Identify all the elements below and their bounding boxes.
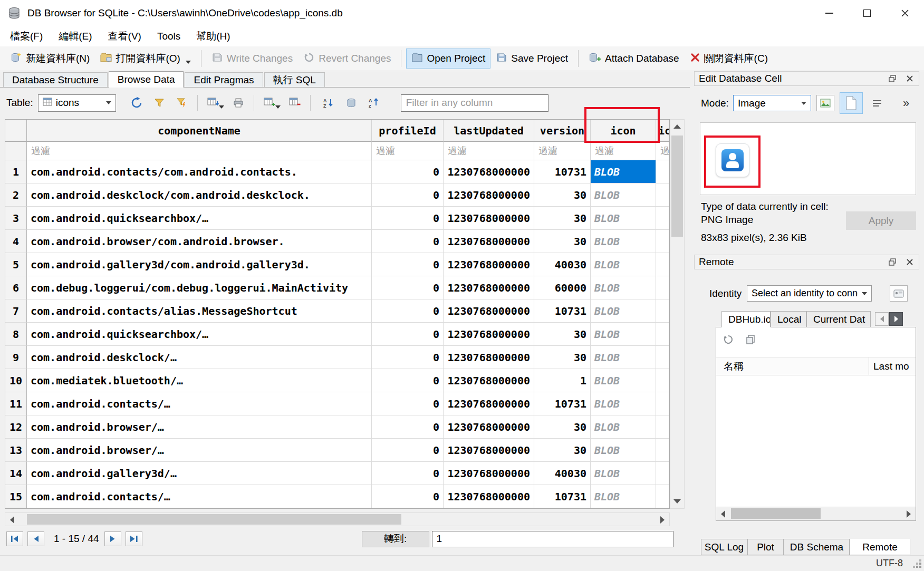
write-changes-button[interactable]: Write Changes [206,49,298,69]
save-table-button[interactable] [206,94,226,112]
cell-overflow[interactable] [656,207,669,230]
attach-database-button[interactable]: Attach Database [583,49,684,69]
cell-icon-blob[interactable]: BLOB [591,346,656,369]
cell-profileId[interactable]: 0 [372,392,444,415]
cell-componentName[interactable]: com.android.deskclock/com.android.deskcl… [27,183,372,207]
scroll-right-button[interactable] [902,507,916,521]
apply-button[interactable]: Apply [846,211,916,230]
cell-overflow[interactable] [656,462,669,485]
cell-lastUpdated[interactable]: 1230768000000 [444,392,534,415]
remote-tab-local[interactable]: Local [771,311,806,327]
new-database-button[interactable]: 新建資料庫(N) [5,49,95,69]
minimize-button[interactable] [810,0,848,26]
toolbar-overflow-chevron[interactable]: » [903,96,909,110]
scroll-up-button[interactable] [670,120,684,133]
row-number[interactable]: 9 [5,346,27,369]
filter-input-componentName[interactable]: 過濾 [27,142,372,160]
column-header-profileId[interactable]: profileId [372,120,444,142]
cell-icon-blob[interactable]: BLOB [591,439,656,462]
row-number[interactable]: 4 [5,230,27,253]
goto-button[interactable]: 轉到: [362,531,429,547]
close-button[interactable] [886,0,924,26]
cell-profileId[interactable]: 0 [372,462,444,485]
cell-profileId[interactable]: 0 [372,415,444,439]
remote-tab-dbhub[interactable]: DBHub.io [721,311,771,327]
encoding-label[interactable]: UTF-8 [876,558,903,569]
dock-tab-plot[interactable]: Plot [747,539,784,555]
float-panel-button[interactable] [888,74,897,83]
delete-record-button[interactable] [285,94,305,112]
row-number[interactable]: 12 [5,415,27,439]
horizontal-scroll-thumb[interactable] [27,514,401,525]
save-table-dropdown-arrow[interactable] [219,105,224,109]
cell-lastUpdated[interactable]: 1230768000000 [444,253,534,276]
row-number[interactable]: 14 [5,462,27,485]
filter-input-profileId[interactable]: 過濾 [372,142,444,160]
row-number[interactable]: 6 [5,276,27,299]
save-project-button[interactable]: Save Project [490,49,573,69]
grid-vertical-scrollbar[interactable] [670,119,685,509]
cell-version[interactable]: 10731 [534,485,591,508]
menu-item-tools[interactable]: Tools [149,26,188,46]
cell-profileId[interactable]: 0 [372,369,444,392]
close-panel-button[interactable] [905,74,915,83]
cell-overflow[interactable] [656,346,669,369]
cell-overflow[interactable] [656,299,669,323]
cell-overflow[interactable] [656,369,669,392]
open-database-dropdown-arrow[interactable] [186,61,191,64]
cell-componentName[interactable]: com.android.browser/… [27,415,372,439]
remote-column-name[interactable]: 名稱 [716,357,869,375]
cell-profileId[interactable]: 0 [372,183,444,207]
word-wrap-button[interactable] [868,95,886,111]
dock-tab-db-schema[interactable]: DB Schema [784,539,850,555]
cell-componentName[interactable]: com.debug.loggerui/com.debug.loggerui.Ma… [27,276,372,299]
cell-icon-blob[interactable]: BLOB [591,253,656,276]
cell-icon-blob[interactable]: BLOB [591,415,656,439]
row-number[interactable]: 2 [5,183,27,207]
table-selector[interactable]: icons [38,94,116,112]
row-number[interactable]: 1 [5,160,27,183]
grid-horizontal-scrollbar[interactable] [5,512,670,526]
cell-profileId[interactable]: 0 [372,253,444,276]
cell-icon-blob[interactable]: BLOB [591,160,656,183]
cell-componentName[interactable]: com.android.contacts/… [27,485,372,508]
cell-overflow[interactable] [656,323,669,346]
cell-lastUpdated[interactable]: 1230768000000 [444,439,534,462]
cell-overflow[interactable] [656,230,669,253]
cell-version[interactable]: 30 [534,346,591,369]
column-header-version[interactable]: version [534,120,591,142]
filter-input-version[interactable]: 過濾 [534,142,591,160]
row-number[interactable]: 5 [5,253,27,276]
tab-scroll-left-button[interactable] [875,312,889,326]
resize-grip[interactable] [919,566,921,568]
cell-lastUpdated[interactable]: 1230768000000 [444,485,534,508]
cell-version[interactable]: 30 [534,230,591,253]
last-record-button[interactable] [126,531,142,546]
cell-componentName[interactable]: com.android.deskclock/… [27,346,372,369]
cell-version[interactable]: 30 [534,207,591,230]
cell-profileId[interactable]: 0 [372,299,444,323]
cell-version[interactable]: 10731 [534,160,591,183]
filter-input-icon[interactable]: 過濾 [591,142,656,160]
scroll-left-button[interactable] [5,513,19,527]
row-number[interactable]: 8 [5,323,27,346]
cell-profileId[interactable]: 0 [372,346,444,369]
remote-refresh-button[interactable] [720,332,736,347]
row-number[interactable]: 13 [5,439,27,462]
row-number[interactable]: 10 [5,369,27,392]
scroll-right-button[interactable] [656,513,669,527]
identity-settings-button[interactable] [890,285,908,302]
previous-record-button[interactable] [27,531,44,546]
tab-scroll-right-button[interactable] [889,312,903,326]
next-record-button[interactable] [104,531,121,546]
column-header-lastUpdated[interactable]: lastUpdated [444,120,534,142]
cell-lastUpdated[interactable]: 1230768000000 [444,276,534,299]
row-number[interactable]: 3 [5,207,27,230]
revert-changes-button[interactable]: Revert Changes [298,49,396,69]
dock-tab-sql-log[interactable]: SQL Log [701,539,747,555]
tab-edit-pragmas[interactable]: Edit Pragmas [185,72,263,87]
goto-record-input[interactable] [432,531,673,547]
cell-componentName[interactable]: com.mediatek.bluetooth/… [27,369,372,392]
cell-lastUpdated[interactable]: 1230768000000 [444,230,534,253]
cell-icon-blob[interactable]: BLOB [591,462,656,485]
